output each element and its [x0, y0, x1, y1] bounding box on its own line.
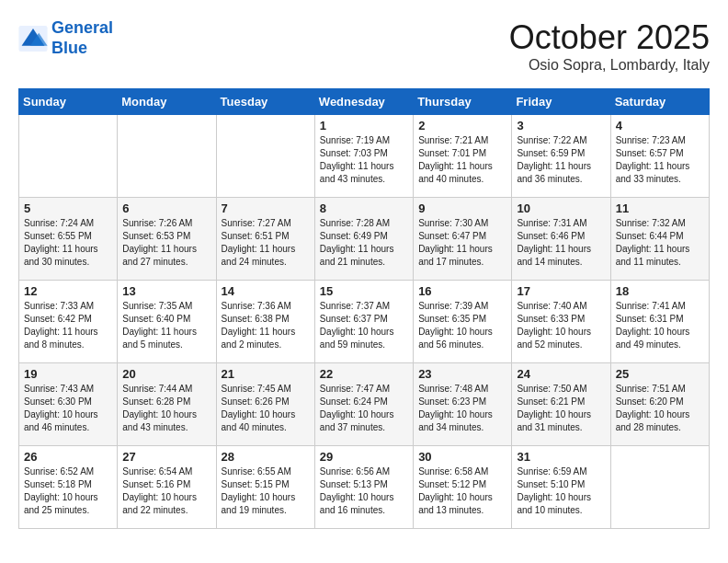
day-number: 25 [616, 367, 704, 381]
day-info: Sunrise: 7:26 AM Sunset: 6:53 PM Dayligh… [122, 217, 210, 269]
day-info: Sunrise: 6:52 AM Sunset: 5:18 PM Dayligh… [24, 465, 112, 517]
day-info: Sunrise: 7:45 AM Sunset: 6:26 PM Dayligh… [222, 383, 310, 434]
day-info: Sunrise: 6:55 AM Sunset: 5:15 PM Dayligh… [222, 465, 310, 517]
calendar-cell: 17Sunrise: 7:40 AM Sunset: 6:33 PM Dayli… [512, 281, 610, 363]
calendar-header: SundayMondayTuesdayWednesdayThursdayFrid… [19, 89, 710, 115]
day-info: Sunrise: 7:40 AM Sunset: 6:33 PM Dayligh… [517, 300, 605, 351]
calendar-cell: 30Sunrise: 6:58 AM Sunset: 5:12 PM Dayli… [414, 446, 512, 529]
day-headers-row: SundayMondayTuesdayWednesdayThursdayFrid… [19, 89, 710, 115]
day-number: 6 [122, 201, 210, 215]
logo: General Blue [18, 18, 113, 58]
col-header-tuesday: Tuesday [216, 89, 314, 115]
col-header-wednesday: Wednesday [314, 89, 413, 115]
calendar-cell: 1Sunrise: 7:19 AM Sunset: 7:03 PM Daylig… [314, 115, 413, 198]
day-number: 17 [517, 284, 605, 298]
calendar-cell: 9Sunrise: 7:30 AM Sunset: 6:47 PM Daylig… [414, 198, 512, 281]
day-number: 16 [418, 284, 506, 298]
calendar-cell: 13Sunrise: 7:35 AM Sunset: 6:40 PM Dayli… [118, 281, 216, 363]
col-header-monday: Monday [118, 89, 216, 115]
day-number: 31 [517, 450, 605, 464]
day-number: 19 [24, 367, 112, 381]
calendar-cell [610, 446, 709, 529]
calendar-cell: 29Sunrise: 6:56 AM Sunset: 5:13 PM Dayli… [314, 446, 413, 529]
day-info: Sunrise: 7:28 AM Sunset: 6:49 PM Dayligh… [320, 217, 408, 269]
day-number: 28 [222, 450, 310, 464]
calendar-cell: 18Sunrise: 7:41 AM Sunset: 6:31 PM Dayli… [610, 281, 709, 363]
day-number: 22 [320, 367, 408, 381]
calendar-cell: 14Sunrise: 7:36 AM Sunset: 6:38 PM Dayli… [216, 281, 314, 363]
day-info: Sunrise: 6:58 AM Sunset: 5:12 PM Dayligh… [418, 465, 506, 517]
day-info: Sunrise: 7:36 AM Sunset: 6:38 PM Dayligh… [222, 300, 310, 351]
day-info: Sunrise: 7:33 AM Sunset: 6:42 PM Dayligh… [24, 300, 112, 351]
day-info: Sunrise: 6:56 AM Sunset: 5:13 PM Dayligh… [320, 465, 408, 517]
day-info: Sunrise: 6:59 AM Sunset: 5:10 PM Dayligh… [517, 465, 605, 517]
day-number: 21 [222, 367, 310, 381]
day-number: 3 [517, 119, 605, 132]
calendar-cell: 27Sunrise: 6:54 AM Sunset: 5:16 PM Dayli… [118, 446, 216, 529]
day-number: 7 [222, 201, 310, 215]
calendar-cell: 19Sunrise: 7:43 AM Sunset: 6:30 PM Dayli… [19, 363, 118, 446]
day-info: Sunrise: 7:37 AM Sunset: 6:37 PM Dayligh… [320, 300, 408, 351]
calendar-week-2: 5Sunrise: 7:24 AM Sunset: 6:55 PM Daylig… [19, 198, 710, 281]
calendar-body: 1Sunrise: 7:19 AM Sunset: 7:03 PM Daylig… [19, 115, 710, 529]
day-number: 2 [418, 119, 506, 132]
day-number: 12 [24, 284, 112, 298]
calendar-cell: 22Sunrise: 7:47 AM Sunset: 6:24 PM Dayli… [314, 363, 413, 446]
day-number: 15 [320, 284, 408, 298]
logo-icon [18, 26, 48, 52]
day-info: Sunrise: 7:39 AM Sunset: 6:35 PM Dayligh… [418, 300, 506, 351]
calendar-cell: 26Sunrise: 6:52 AM Sunset: 5:18 PM Dayli… [19, 446, 118, 529]
day-info: Sunrise: 7:35 AM Sunset: 6:40 PM Dayligh… [122, 300, 210, 351]
col-header-friday: Friday [512, 89, 610, 115]
calendar-week-5: 26Sunrise: 6:52 AM Sunset: 5:18 PM Dayli… [19, 446, 710, 529]
location: Osio Sopra, Lombardy, Italy [509, 57, 710, 74]
col-header-sunday: Sunday [19, 89, 118, 115]
page-header: General Blue October 2025 Osio Sopra, Lo… [18, 18, 710, 74]
day-info: Sunrise: 7:44 AM Sunset: 6:28 PM Dayligh… [122, 383, 210, 434]
calendar-cell [118, 115, 216, 198]
day-number: 20 [122, 367, 210, 381]
day-info: Sunrise: 7:24 AM Sunset: 6:55 PM Dayligh… [24, 217, 112, 269]
col-header-saturday: Saturday [610, 89, 709, 115]
day-number: 11 [616, 201, 704, 215]
calendar-week-3: 12Sunrise: 7:33 AM Sunset: 6:42 PM Dayli… [19, 281, 710, 363]
logo-line2: Blue [51, 39, 87, 57]
day-info: Sunrise: 7:31 AM Sunset: 6:46 PM Dayligh… [517, 217, 605, 269]
title-block: October 2025 Osio Sopra, Lombardy, Italy [509, 18, 710, 74]
calendar-cell: 10Sunrise: 7:31 AM Sunset: 6:46 PM Dayli… [512, 198, 610, 281]
day-number: 18 [616, 284, 704, 298]
calendar-cell: 2Sunrise: 7:21 AM Sunset: 7:01 PM Daylig… [414, 115, 512, 198]
calendar-cell: 5Sunrise: 7:24 AM Sunset: 6:55 PM Daylig… [19, 198, 118, 281]
day-info: Sunrise: 7:43 AM Sunset: 6:30 PM Dayligh… [24, 383, 112, 434]
day-number: 13 [122, 284, 210, 298]
day-number: 5 [24, 201, 112, 215]
day-number: 27 [122, 450, 210, 464]
calendar-cell: 8Sunrise: 7:28 AM Sunset: 6:49 PM Daylig… [314, 198, 413, 281]
calendar-week-4: 19Sunrise: 7:43 AM Sunset: 6:30 PM Dayli… [19, 363, 710, 446]
day-number: 1 [320, 119, 408, 132]
day-info: Sunrise: 7:27 AM Sunset: 6:51 PM Dayligh… [222, 217, 310, 269]
calendar-cell: 11Sunrise: 7:32 AM Sunset: 6:44 PM Dayli… [610, 198, 709, 281]
col-header-thursday: Thursday [414, 89, 512, 115]
calendar-cell [216, 115, 314, 198]
calendar-cell: 21Sunrise: 7:45 AM Sunset: 6:26 PM Dayli… [216, 363, 314, 446]
day-info: Sunrise: 7:50 AM Sunset: 6:21 PM Dayligh… [517, 383, 605, 434]
calendar-cell: 15Sunrise: 7:37 AM Sunset: 6:37 PM Dayli… [314, 281, 413, 363]
day-number: 9 [418, 201, 506, 215]
day-number: 4 [616, 119, 704, 132]
logo-line1: General [51, 18, 113, 37]
day-info: Sunrise: 7:51 AM Sunset: 6:20 PM Dayligh… [616, 383, 704, 434]
calendar-cell: 3Sunrise: 7:22 AM Sunset: 6:59 PM Daylig… [512, 115, 610, 198]
calendar-cell: 23Sunrise: 7:48 AM Sunset: 6:23 PM Dayli… [414, 363, 512, 446]
day-info: Sunrise: 7:48 AM Sunset: 6:23 PM Dayligh… [418, 383, 506, 434]
calendar-cell: 4Sunrise: 7:23 AM Sunset: 6:57 PM Daylig… [610, 115, 709, 198]
calendar-cell: 24Sunrise: 7:50 AM Sunset: 6:21 PM Dayli… [512, 363, 610, 446]
day-info: Sunrise: 7:19 AM Sunset: 7:03 PM Dayligh… [320, 134, 408, 186]
day-number: 8 [320, 201, 408, 215]
calendar-week-1: 1Sunrise: 7:19 AM Sunset: 7:03 PM Daylig… [19, 115, 710, 198]
day-info: Sunrise: 7:41 AM Sunset: 6:31 PM Dayligh… [616, 300, 704, 351]
day-info: Sunrise: 6:54 AM Sunset: 5:16 PM Dayligh… [122, 465, 210, 517]
day-number: 10 [517, 201, 605, 215]
day-number: 29 [320, 450, 408, 464]
month-title: October 2025 [509, 18, 710, 57]
